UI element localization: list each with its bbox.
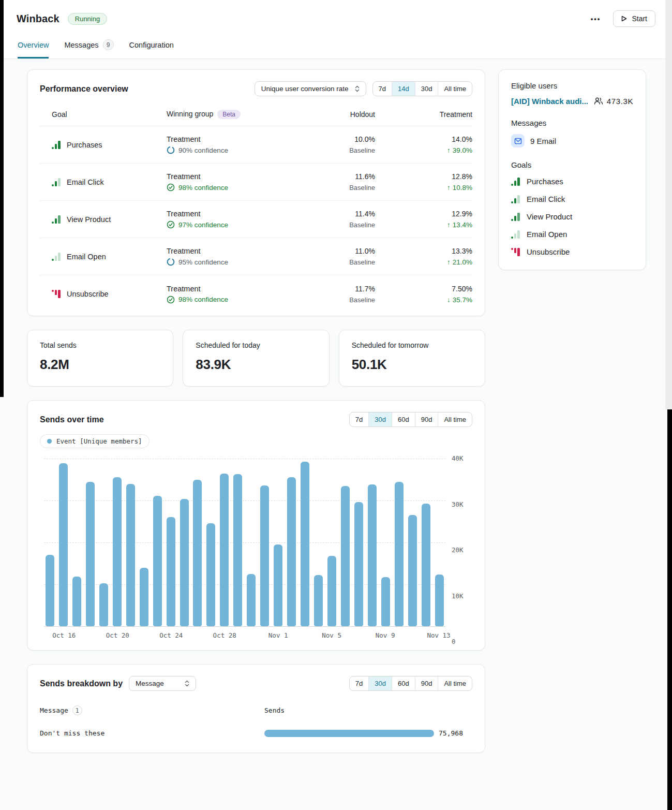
range-option-all-time[interactable]: All time [438, 413, 472, 426]
treatment-delta: ↓35.7% [375, 296, 472, 304]
performance-table-header: Goal Winning groupBeta Holdout Treatment [40, 96, 472, 126]
total-sends-value: 8.2M [40, 357, 160, 373]
range-option-60d[interactable]: 60d [392, 413, 415, 426]
goal-item-label: Unsubscribe [527, 247, 570, 256]
range-option-30d[interactable]: 30d [368, 676, 392, 690]
goals-heading: Goals [511, 160, 633, 169]
sends-over-time-card: Sends over time 7d30d60d90dAll time Even… [27, 400, 485, 651]
winning-group-value: Treatment [167, 172, 290, 181]
bar-oct-16 [59, 463, 68, 626]
goal-list-item: Email Open [511, 230, 633, 239]
range-option-30d[interactable]: 30d [415, 82, 438, 96]
goal-item-label: View Product [527, 212, 572, 221]
sends-over-time-title: Sends over time [40, 415, 104, 424]
goal-item-label: Email Open [527, 230, 567, 239]
bar-oct-30 [247, 574, 256, 626]
treatment-value: 13.3% [375, 247, 472, 255]
range-option-30d[interactable]: 30d [368, 413, 392, 426]
confidence-label: 98% confidence [178, 184, 228, 192]
holdout-value: 11.4% [290, 210, 375, 218]
bar-oct-20 [113, 477, 122, 626]
winning-group-value: Treatment [167, 210, 290, 218]
scheduled-today-value: 83.9K [196, 357, 316, 373]
screenshot-edge-artifact [0, 0, 4, 397]
holdout-baseline-label: Baseline [290, 184, 375, 192]
stepper-icon [185, 680, 189, 687]
audience-link[interactable]: [AID] Winback audi... [511, 97, 588, 106]
stepper-icon [355, 85, 360, 92]
messages-heading: Messages [511, 119, 633, 127]
campaign-summary-card: Eligible users [AID] Winback audi... 473… [498, 69, 646, 270]
start-button[interactable]: Start [613, 10, 655, 27]
treatment-delta: ↑39.0% [375, 146, 472, 154]
bar-nov-6 [341, 486, 350, 626]
bar-oct-17 [72, 577, 81, 626]
total-sends-card: Total sends 8.2M [27, 330, 173, 387]
confidence-ring-icon [167, 146, 175, 154]
range-option-90d[interactable]: 90d [415, 676, 438, 690]
goal-icon [511, 213, 520, 221]
tab-bar: Overview Messages 9 Configuration [17, 39, 655, 58]
range-option-all-time[interactable]: All time [438, 82, 472, 96]
goal-icon [52, 290, 61, 298]
bar-oct-24 [167, 517, 175, 626]
app-header: Winback Running ••• Start Overview Messa… [0, 0, 672, 59]
goal-list-item: Unsubscribe [511, 247, 633, 256]
breakdown-table-header: Message 1 Sends [40, 705, 472, 715]
holdout-baseline-label: Baseline [290, 258, 375, 266]
performance-table-row: Email Open Treatment 95% confidence 11.0… [40, 238, 472, 275]
legend-dot-icon [47, 439, 52, 444]
status-badge: Running [68, 13, 107, 25]
bar-oct-15 [46, 555, 54, 626]
confidence-label: 97% confidence [178, 221, 228, 229]
goal-icon [511, 230, 520, 239]
range-option-14d[interactable]: 14d [392, 82, 415, 96]
column-holdout: Holdout [290, 110, 375, 119]
sends-chart-plot [44, 459, 445, 627]
range-option-90d[interactable]: 90d [415, 413, 438, 426]
goal-label: Email Click [67, 178, 104, 186]
range-option-7d[interactable]: 7d [373, 82, 392, 96]
tab-messages[interactable]: Messages 9 [64, 39, 113, 58]
bar-oct-18 [86, 482, 95, 626]
bar-nov-8 [368, 484, 377, 626]
delta-arrow-icon: ↑ [447, 258, 451, 266]
bar-oct-28 [220, 474, 229, 626]
metric-select[interactable]: Unique user conversion rate [255, 81, 366, 96]
bar-oct-22 [140, 568, 148, 626]
column-treatment: Treatment [375, 110, 472, 119]
x-axis-labels: Oct 16Oct 20Oct 24Oct 28Nov 1Nov 5Nov 9N… [44, 629, 445, 642]
performance-table-row: Unsubscribe Treatment 98% confidence 11.… [40, 275, 472, 313]
confidence-ring-icon [167, 258, 175, 266]
breakdown-dimension-select[interactable]: Message [129, 676, 196, 691]
range-option-60d[interactable]: 60d [392, 676, 415, 690]
bar-oct-21 [126, 484, 135, 626]
scheduled-tomorrow-value: 50.1K [352, 357, 472, 373]
x-tick-label: Nov 13 [427, 631, 450, 639]
range-option-7d[interactable]: 7d [350, 413, 368, 426]
confidence: 90% confidence [167, 146, 290, 154]
treatment-delta: ↑13.4% [375, 221, 472, 229]
range-option-7d[interactable]: 7d [350, 676, 368, 690]
tab-configuration[interactable]: Configuration [129, 39, 174, 58]
performance-table-row: View Product Treatment 97% confidence 11… [40, 201, 472, 238]
goal-item-label: Purchases [527, 177, 563, 186]
eligible-users-heading: Eligible users [511, 81, 633, 90]
screenshot-edge-artifact [665, 0, 672, 409]
confidence: 97% confidence [167, 220, 290, 229]
performance-title: Performance overview [40, 84, 128, 94]
tab-overview[interactable]: Overview [18, 39, 49, 58]
bar-oct-19 [99, 583, 108, 626]
bar-nov-9 [381, 577, 390, 626]
messages-summary-label: 9 Email [530, 137, 556, 145]
more-actions-button[interactable]: ••• [587, 12, 605, 26]
message-name: Don't miss these [40, 729, 264, 737]
range-option-all-time[interactable]: All time [438, 676, 472, 690]
x-tick-label: Nov 5 [322, 631, 341, 639]
email-icon [511, 134, 525, 148]
scheduled-today-card: Scheduled for today 83.9K [183, 330, 329, 387]
x-tick-label: Nov 1 [268, 631, 288, 639]
performance-table-row: Purchases Treatment 90% confidence 10.0%… [40, 126, 472, 164]
messages-count-badge: 9 [103, 39, 114, 50]
treatment-value: 7.50% [375, 285, 472, 293]
